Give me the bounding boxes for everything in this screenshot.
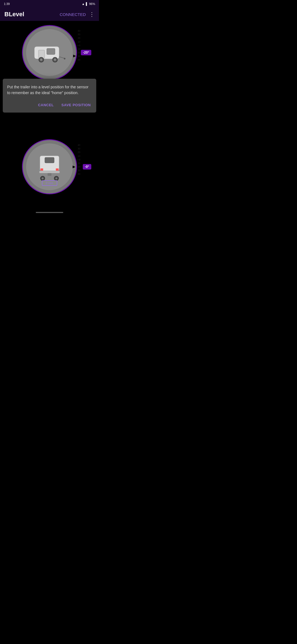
top-gauge-container: 40 30 20 10 —0 10 20 30 40 ▶ -20°	[22, 25, 77, 80]
b-scale-30: 30	[78, 147, 80, 151]
scale-20-top: 20	[78, 36, 80, 40]
svg-rect-11	[39, 171, 60, 173]
b-scale-40: 40	[78, 143, 80, 147]
svg-rect-14	[56, 168, 59, 171]
svg-point-4	[40, 59, 42, 61]
dialog-container: Put the trailer into a level position fo…	[3, 79, 96, 113]
scale-10-top: 10	[78, 40, 80, 44]
status-left: 1:39	[4, 2, 10, 6]
top-gauge-circle: 40 30 20 10 —0 10 20 30 40 ▶	[22, 25, 77, 80]
top-gauge-inner	[26, 29, 73, 76]
svg-point-18	[56, 178, 57, 179]
b-scale-30b: 30	[78, 169, 80, 172]
battery-display: 96%	[89, 2, 95, 6]
save-position-button[interactable]: SAVE POSITION	[60, 101, 92, 109]
svg-point-6	[54, 59, 56, 61]
content-area: 40 30 20 10 —0 10 20 30 40 ▶ -20° Put th…	[0, 21, 99, 215]
b-scale-40b: 40	[78, 172, 80, 176]
trailer-rear-image	[37, 153, 62, 181]
b-scale-20: 20	[78, 151, 80, 154]
svg-rect-10	[45, 157, 54, 163]
bottom-gauge-circle: 0 mm 40 30 20 10 —0 10 20 30 40 ▶	[22, 139, 77, 194]
scale-40b-top: 40	[78, 58, 80, 62]
svg-rect-1	[47, 48, 55, 54]
status-bar: 1:39 ▲ ▌ 96%	[0, 0, 99, 8]
app-bar: BLevel CONNECTED ⋮	[0, 8, 99, 21]
b-scale-0: —0	[77, 158, 80, 162]
b-scale-10: 10	[78, 154, 80, 158]
scale-20b-top: 20	[78, 51, 80, 54]
dialog-buttons: CANCEL SAVE POSITION	[7, 101, 92, 109]
app-title: BLevel	[4, 11, 24, 18]
cancel-button[interactable]: CANCEL	[37, 101, 55, 109]
bottom-gauge-section: 0 mm 40 30 20 10 —0 10 20 30 40 ▶	[0, 128, 99, 205]
dialog-message: Put the trailer into a level position fo…	[7, 84, 92, 96]
bottom-gauge-inner: 0 mm	[26, 143, 73, 190]
time-display: 1:39	[4, 2, 10, 6]
app-bar-right: CONNECTED ⋮	[60, 11, 95, 18]
mm-badge: 0 mm	[42, 180, 57, 186]
top-gauge-section: 40 30 20 10 —0 10 20 30 40 ▶ -20°	[0, 21, 99, 84]
signal-icon: ▌	[86, 2, 88, 6]
menu-icon[interactable]: ⋮	[89, 11, 95, 18]
b-scale-10b: 10	[78, 162, 80, 165]
top-scale: 40 30 20 10 —0 10 20 30 40	[77, 29, 80, 62]
svg-point-16	[42, 178, 44, 179]
bottom-angle-badge: -0°	[83, 164, 91, 170]
scale-10b-top: 10	[78, 47, 80, 51]
bottom-gauge-container: 0 mm 40 30 20 10 —0 10 20 30 40 ▶	[22, 139, 77, 194]
b-scale-20b: 20	[78, 165, 80, 169]
scale-30b-top: 30	[78, 54, 80, 58]
wifi-icon: ▲	[82, 2, 85, 6]
status-right: ▲ ▌ 96%	[82, 2, 95, 6]
svg-line-7	[59, 57, 65, 58]
home-gesture-bar	[36, 212, 63, 213]
svg-point-8	[64, 58, 65, 59]
svg-rect-12	[48, 173, 51, 176]
svg-rect-13	[40, 168, 43, 171]
scale-0-top: —0	[77, 44, 80, 47]
scale-30-top: 30	[78, 33, 80, 36]
top-arrow-indicator: ▶	[73, 54, 76, 58]
bottom-scale: 40 30 20 10 —0 10 20 30 40	[77, 143, 80, 176]
trailer-side-image	[32, 42, 67, 63]
connected-status: CONNECTED	[60, 12, 86, 17]
bottom-arrow-indicator: ▶	[73, 165, 75, 169]
top-angle-badge: -20°	[81, 50, 91, 55]
scale-40-top: 40	[78, 29, 80, 33]
